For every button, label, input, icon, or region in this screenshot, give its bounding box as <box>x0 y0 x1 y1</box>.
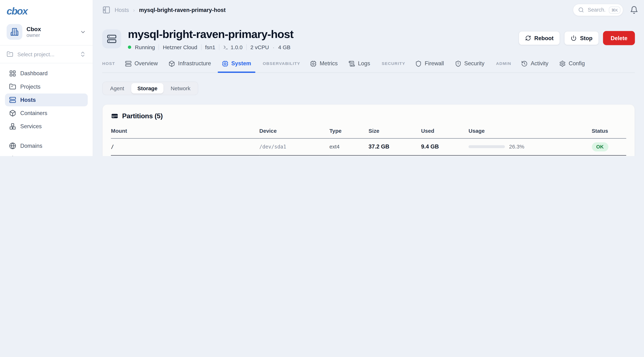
status-badge: OK <box>592 142 608 151</box>
building-icon <box>7 24 22 40</box>
sidebar-item-label: Containers <box>20 110 47 116</box>
stop-button[interactable]: Stop <box>564 31 599 45</box>
cell-status: OK <box>592 155 626 156</box>
cell-type: vfat <box>330 155 368 156</box>
delete-button[interactable]: Delete <box>603 31 635 45</box>
project-selector[interactable]: Select project... <box>0 46 92 63</box>
sidebar-item-hosts[interactable]: Hosts <box>5 94 88 106</box>
cell-used: 9.4 GB <box>421 138 468 155</box>
sidebar-item-services[interactable]: Services <box>5 120 88 133</box>
brand-logo[interactable]: cbox <box>0 0 92 20</box>
column-header-status: Status <box>592 125 626 138</box>
host-cpu: 2 vCPU <box>250 44 269 50</box>
sidebar-nav: DashboardProjectsHostsContainersServices… <box>0 63 92 156</box>
gear-icon <box>559 60 566 67</box>
host-agent-version: 1.0.0 <box>223 44 242 50</box>
tab-label: Metrics <box>320 60 338 66</box>
reboot-button[interactable]: Reboot <box>519 31 560 45</box>
server-icon <box>102 29 121 48</box>
subtab-agent[interactable]: Agent <box>104 83 130 93</box>
tab-system[interactable]: System <box>221 60 252 72</box>
search-input[interactable] <box>587 7 606 14</box>
tab-security[interactable]: Security <box>454 60 485 72</box>
shield-icon <box>9 156 16 156</box>
tab-group-label: HOST <box>102 61 115 71</box>
page-title: mysql-bright-raven-primary-host <box>128 28 294 41</box>
tab-metrics[interactable]: Metrics <box>309 60 338 72</box>
tab-firewall[interactable]: Firewall <box>414 60 445 72</box>
system-subtabs: AgentStorageNetwork <box>102 82 198 95</box>
usage-percent: 26.3% <box>509 144 524 150</box>
boxes-icon <box>9 123 16 130</box>
search-icon <box>578 7 584 13</box>
sidebar-item-projects[interactable]: Projects <box>5 80 88 93</box>
tab-logs[interactable]: Logs <box>348 60 371 72</box>
sidebar-item-containers[interactable]: Containers <box>5 107 88 120</box>
column-header-mount: Mount <box>111 125 259 138</box>
subtab-storage[interactable]: Storage <box>131 83 164 93</box>
host-tabs: HOSTOverviewInfrastructureSystemOBSERVAB… <box>102 60 635 73</box>
topbar: Hosts › mysql-bright-raven-primary-host … <box>93 0 644 20</box>
tab-label: Logs <box>358 60 370 66</box>
box-icon <box>168 60 175 67</box>
tab-group-label: OBSERVABILITY <box>263 61 300 71</box>
org-selector[interactable]: Cbox owner <box>0 20 92 45</box>
host-region: fsn1 <box>205 44 215 50</box>
breadcrumb-hosts-link[interactable]: Hosts <box>115 7 129 13</box>
refresh-icon <box>525 35 531 41</box>
nav-group-gap <box>5 133 88 140</box>
tab-label: Firewall <box>425 60 444 66</box>
column-header-usage: Usage <box>468 125 592 138</box>
app-root: cbox Cbox owner Select project... Dashbo… <box>0 0 644 156</box>
subtab-network[interactable]: Network <box>164 83 197 93</box>
cell-mount: / <box>111 138 259 155</box>
bell-icon[interactable] <box>630 6 638 14</box>
globe-icon <box>9 142 16 150</box>
chip-icon <box>310 60 317 67</box>
status-dot <box>128 46 131 49</box>
cell-type: ext4 <box>330 138 368 155</box>
cell-used: 0.0 GB <box>421 155 468 156</box>
sidebar-collapse-icon[interactable] <box>102 6 110 14</box>
tab-group-admin: ADMINActivityConfig <box>496 60 586 72</box>
org-name: Cbox <box>26 26 41 32</box>
table-row: /boot/efi/dev/sda15vfat0.3 GB0.0 GB0.1%O… <box>111 155 626 156</box>
brand-logo-text: cbox <box>7 6 27 17</box>
folder-icon <box>9 83 16 90</box>
sidebar-item-label: Hosts <box>20 97 36 103</box>
host-actions: Reboot Stop Delete <box>519 31 635 45</box>
host-provider: Hetzner Cloud <box>163 44 197 50</box>
sidebar-item-label: Domains <box>20 143 42 149</box>
sidebar-item-dashboard[interactable]: Dashboard <box>5 67 88 80</box>
power-icon <box>571 35 577 41</box>
shield-alert-icon <box>455 60 462 67</box>
tab-group-label: ADMIN <box>496 61 511 71</box>
partitions-card: Partitions (5) MountDeviceTypeSizeUsedUs… <box>102 104 635 156</box>
tab-activity[interactable]: Activity <box>520 60 549 72</box>
cpu-icon <box>222 60 228 67</box>
tab-label: Activity <box>531 60 548 66</box>
tab-config[interactable]: Config <box>558 60 586 72</box>
partitions-table: MountDeviceTypeSizeUsedUsageStatus //dev… <box>111 125 626 156</box>
tab-group-observability: OBSERVABILITYMetricsLogs <box>263 60 371 72</box>
tab-label: Config <box>569 60 585 66</box>
column-header-device: Device <box>260 125 330 138</box>
history-icon <box>521 60 528 67</box>
scroll-icon <box>348 60 355 67</box>
host-meta: Running Hetzner Cloud fsn1 1.0.0 2 vCPU … <box>128 44 294 50</box>
cell-usage: 0.1% <box>468 155 592 156</box>
tab-group-security: SECURITYFirewallSecurity <box>382 60 485 72</box>
host-status: Running <box>135 44 155 50</box>
sidebar-item-domains[interactable]: Domains <box>5 140 88 152</box>
hard-drive-icon <box>111 112 118 120</box>
page-content: mysql-bright-raven-primary-host Running … <box>93 28 644 156</box>
tab-label: Security <box>464 60 484 66</box>
tab-infrastructure[interactable]: Infrastructure <box>168 60 212 72</box>
org-role: owner <box>26 32 41 38</box>
sidebar-item-certificates[interactable]: Certificates <box>5 153 88 156</box>
sidebar: cbox Cbox owner Select project... Dashbo… <box>0 0 93 156</box>
tab-overview[interactable]: Overview <box>124 60 159 72</box>
search-box[interactable]: ⌘K <box>573 4 623 16</box>
host-memory: 4 GB <box>278 44 290 50</box>
cell-device: /dev/sda15 <box>260 155 330 156</box>
